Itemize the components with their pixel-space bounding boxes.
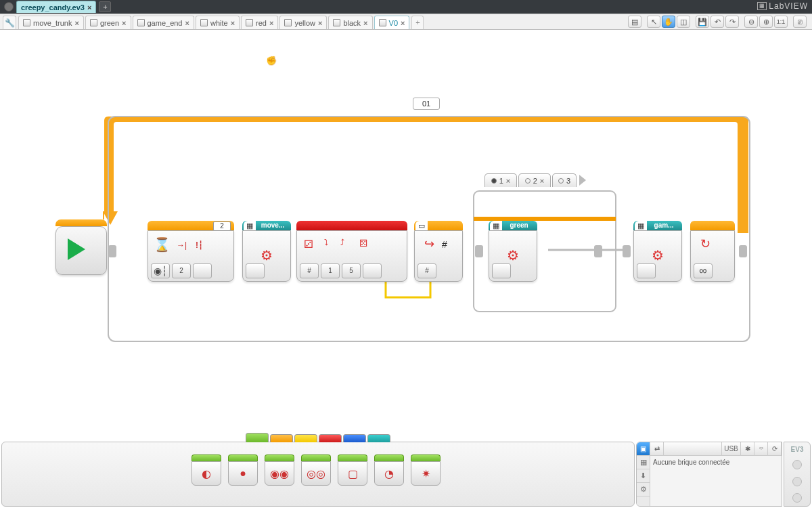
expand-up-icon[interactable]: [792, 460, 802, 469]
param-slot[interactable]: [246, 263, 265, 278]
pan-icon[interactable]: ✋: [662, 16, 675, 28]
close-icon[interactable]: ×: [401, 19, 405, 27]
loop-end-block[interactable]: ↻ ∞: [690, 230, 735, 282]
content-editor-icon[interactable]: ⎚: [793, 16, 807, 28]
flat-view-icon[interactable]: ▭: [415, 221, 428, 230]
project-tab-add[interactable]: +: [99, 1, 111, 12]
edit-icon[interactable]: ▦: [490, 221, 502, 230]
tab-green[interactable]: green×: [85, 16, 131, 29]
toolbar: ▤ ↖ ✋ ◫ 💾 ↶ ↷ ⊖ ⊕ 1:1 ⎚: [628, 14, 809, 29]
tab-black[interactable]: black×: [328, 16, 372, 29]
edit-icon[interactable]: ▦: [635, 221, 647, 230]
tab-yellow[interactable]: yellow×: [279, 16, 327, 29]
edit-icon[interactable]: ▦: [244, 221, 256, 230]
tab-red[interactable]: red×: [241, 16, 278, 29]
palette-tab-sensor[interactable]: [294, 434, 317, 442]
brick-view-icon[interactable]: ▦: [637, 456, 650, 469]
refresh-icon[interactable]: ⟳: [768, 442, 782, 455]
loop-name[interactable]: 01: [413, 98, 440, 110]
brick-name: [664, 442, 722, 455]
palette-item-move-steering[interactable]: ◉◉: [265, 454, 294, 486]
close-icon[interactable]: ×: [363, 19, 367, 27]
palette-tab-advanced[interactable]: [343, 434, 366, 442]
palette-item-sound[interactable]: ◔: [374, 454, 404, 486]
close-icon[interactable]: ×: [185, 19, 189, 27]
param-slot[interactable]: [637, 263, 656, 278]
brick-port-tab[interactable]: ⇄: [650, 442, 664, 455]
param-output[interactable]: [363, 263, 382, 278]
param-slot[interactable]: [492, 263, 511, 278]
switch-input[interactable]: #: [418, 263, 436, 278]
palette-item-brick-light[interactable]: ✷: [411, 454, 441, 486]
close-icon[interactable]: ×: [506, 177, 510, 185]
palette-item-display[interactable]: ▢: [338, 454, 367, 486]
project-tab[interactable]: creepy_candy.ev3 ×: [16, 1, 96, 13]
param-value[interactable]: 2: [172, 263, 191, 278]
close-icon[interactable]: ×: [87, 3, 91, 12]
close-icon[interactable]: ×: [269, 19, 273, 27]
case-tab-3[interactable]: 3: [552, 173, 577, 187]
palette-tab-data[interactable]: [319, 434, 342, 442]
sequence-plug[interactable]: [594, 245, 602, 257]
wrench-icon[interactable]: 🔧: [3, 16, 16, 29]
palette-tab-action[interactable]: [246, 433, 269, 442]
pointer-icon[interactable]: ↖: [647, 16, 660, 28]
loop-mode[interactable]: ∞: [694, 263, 713, 278]
close-icon[interactable]: ×: [231, 19, 235, 27]
myblock-green[interactable]: green ▦ ⚙: [489, 230, 537, 282]
port-field[interactable]: 2: [213, 221, 231, 231]
param-low[interactable]: 1: [321, 263, 340, 278]
close-icon[interactable]: ×: [540, 177, 544, 185]
close-icon[interactable]: ×: [74, 19, 78, 27]
tab-v0[interactable]: V0×: [374, 16, 410, 29]
redo-icon[interactable]: ↷: [725, 16, 739, 28]
add-tab-button[interactable]: +: [411, 16, 424, 29]
program-icon: [333, 19, 340, 26]
wifi-icon[interactable]: ⌔: [754, 442, 768, 455]
palette-tab-myblocks[interactable]: [367, 434, 390, 442]
brick-download-icon[interactable]: ⬇: [637, 469, 650, 483]
close-icon[interactable]: ×: [122, 19, 126, 27]
wait-block[interactable]: 2 ⌛ →| !┆ ◉┆ 2: [148, 230, 234, 282]
program-icon: [284, 19, 292, 26]
palette-item-move-tank[interactable]: ◎◎: [301, 454, 331, 486]
switch-block[interactable]: ▭ ↪ # #: [414, 230, 463, 282]
download-run-icon[interactable]: [792, 477, 802, 486]
tab-game-end[interactable]: game_end×: [133, 16, 194, 29]
mode-selector[interactable]: #: [300, 263, 319, 278]
myblock-game[interactable]: gam... ▦ ⚙: [633, 230, 682, 282]
myblock-move[interactable]: move... ▦ ⚙: [242, 230, 291, 282]
param-high[interactable]: 5: [342, 263, 361, 278]
document-list-icon[interactable]: ▤: [628, 16, 641, 28]
brick-settings-icon[interactable]: ⚙: [637, 483, 650, 496]
sequence-plug[interactable]: [108, 245, 116, 257]
mode-selector[interactable]: ◉┆: [151, 263, 170, 278]
sequence-plug[interactable]: [623, 245, 631, 257]
close-icon[interactable]: ×: [318, 19, 322, 27]
canvas[interactable]: 01 2 ⌛ →| !┆ ◉┆ 2 move... ▦ ⚙: [0, 30, 812, 440]
zoom-in-icon[interactable]: ⊕: [759, 16, 773, 28]
gears-icon: ⚙: [261, 247, 273, 263]
zoom-out-icon[interactable]: ⊖: [744, 16, 758, 28]
brick-info-tab[interactable]: ▣: [637, 442, 650, 455]
palette-tab-flow[interactable]: [270, 434, 293, 442]
case-tab-1[interactable]: 1×: [484, 173, 517, 187]
tab-white[interactable]: white×: [196, 16, 240, 29]
run-selected-icon[interactable]: [792, 493, 802, 503]
sequence-plug[interactable]: [739, 245, 747, 257]
palette-item-large-motor[interactable]: ●: [228, 454, 258, 486]
start-block[interactable]: [55, 226, 107, 275]
palette-item-medium-motor[interactable]: ◐: [191, 454, 221, 486]
add-case-icon[interactable]: [579, 175, 586, 186]
sequence-plug[interactable]: [475, 245, 483, 257]
random-block[interactable]: ⚂ ⤵ ⤴ ⚄ # 1 5: [296, 230, 407, 282]
bluetooth-icon[interactable]: ✱: [741, 442, 754, 455]
usb-icon[interactable]: USB: [722, 442, 741, 455]
save-icon[interactable]: 💾: [696, 16, 709, 28]
zoom-reset-icon[interactable]: 1:1: [774, 16, 788, 28]
undo-icon[interactable]: ↶: [710, 16, 724, 28]
case-tab-2[interactable]: 2×: [518, 173, 551, 187]
comment-icon[interactable]: ◫: [677, 16, 690, 28]
param-output[interactable]: [193, 263, 212, 278]
tab-move-trunk[interactable]: move_trunk×: [18, 16, 84, 29]
